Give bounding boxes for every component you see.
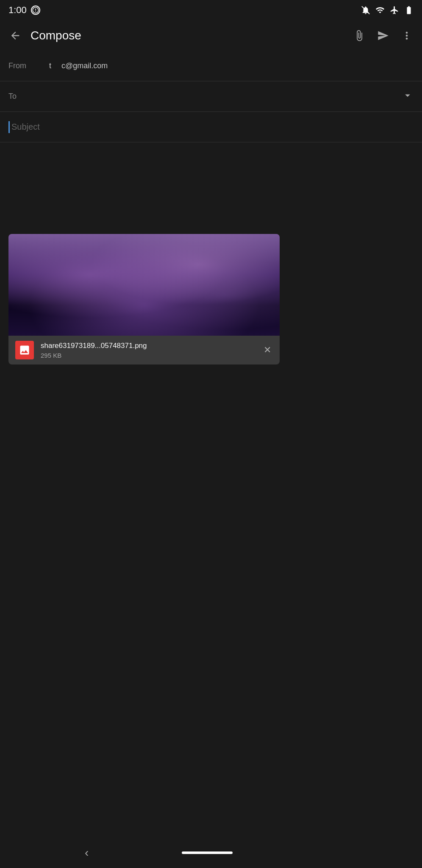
attach-button[interactable] [351,27,368,44]
to-label: To [8,92,42,101]
to-row[interactable]: To [0,81,422,112]
attachment-preview [8,234,280,336]
wifi-icon [375,6,385,15]
app-bar: Compose [0,20,422,51]
more-options-button[interactable] [398,27,415,44]
subject-input[interactable]: Subject [11,122,40,132]
expand-recipients-button[interactable] [402,89,414,104]
notification-icon [31,6,40,15]
attachment-filename: share631973189...05748371.png [41,342,255,350]
compose-form: From t c@gmail.com To Subject [0,51,422,364]
bottom-nav: ‹ [0,837,422,868]
airplane-icon [390,6,399,15]
file-type-icon [15,341,34,359]
from-initial: t [49,61,51,70]
notification-muted-icon [361,6,370,15]
battery-icon [404,6,414,15]
subject-row[interactable]: Subject [0,112,422,142]
from-email: c@gmail.com [61,61,414,70]
send-button[interactable] [375,27,391,44]
status-bar: 1:00 [0,0,422,20]
from-label: From [8,61,42,70]
text-cursor [8,121,10,133]
attachment-details: share631973189...05748371.png 295 KB [41,342,255,359]
from-row: From t c@gmail.com [0,51,422,81]
page-title: Compose [31,29,344,42]
nav-back-button[interactable]: ‹ [85,846,89,860]
attachment-image [8,234,280,336]
attachment-info-bar: share631973189...05748371.png 295 KB ✕ [8,336,280,364]
body-area[interactable] [0,142,422,227]
remove-attachment-button[interactable]: ✕ [262,343,273,357]
attachment-filesize: 295 KB [41,352,255,359]
status-bar-right [361,6,414,15]
status-time: 1:00 [8,5,27,16]
attachment-container: share631973189...05748371.png 295 KB ✕ [8,234,280,364]
back-button[interactable] [7,27,24,44]
home-indicator[interactable] [182,851,233,854]
status-bar-left: 1:00 [8,5,40,16]
